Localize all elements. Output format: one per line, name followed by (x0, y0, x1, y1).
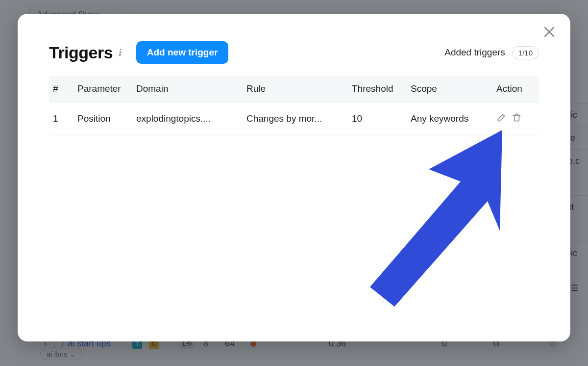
delete-button[interactable] (512, 112, 522, 125)
pencil-icon (496, 112, 507, 123)
cell-scope: Any keywords (407, 103, 492, 135)
col-index: # (49, 76, 74, 103)
edit-button[interactable] (496, 112, 507, 125)
trash-icon (512, 112, 522, 123)
triggers-table: # Parameter Domain Rule Threshold Scope … (49, 76, 539, 135)
table-row: 1 Position explodingtopics.... Changes b… (49, 103, 539, 135)
cell-rule: Changes by mor... (243, 103, 348, 135)
col-scope: Scope (407, 76, 492, 103)
header-right: Added triggers 1/10 (444, 46, 539, 59)
col-domain: Domain (132, 76, 243, 103)
triggers-modal: Triggers i Add new trigger Added trigger… (18, 14, 570, 341)
col-threshold: Threshold (348, 76, 407, 103)
add-new-trigger-button[interactable]: Add new trigger (136, 41, 229, 64)
cell-index: 1 (49, 103, 74, 135)
added-triggers-label: Added triggers (444, 47, 505, 58)
cell-domain: explodingtopics.... (132, 103, 243, 135)
col-rule: Rule (243, 76, 348, 103)
close-icon (542, 25, 557, 39)
col-action: Action (492, 76, 539, 103)
title-text: Triggers (49, 43, 113, 62)
table-header-row: # Parameter Domain Rule Threshold Scope … (49, 76, 539, 103)
cell-threshold: 10 (348, 103, 407, 135)
modal-header: Triggers i Add new trigger Added trigger… (18, 26, 570, 76)
cell-action (492, 103, 539, 135)
col-parameter: Parameter (74, 76, 132, 103)
close-button[interactable] (542, 25, 557, 41)
page-title: Triggers i (49, 43, 122, 62)
added-triggers-count: 1/10 (512, 46, 539, 59)
info-icon[interactable]: i (119, 47, 122, 58)
cell-parameter: Position (74, 103, 132, 135)
triggers-table-wrap: # Parameter Domain Rule Threshold Scope … (18, 76, 570, 135)
